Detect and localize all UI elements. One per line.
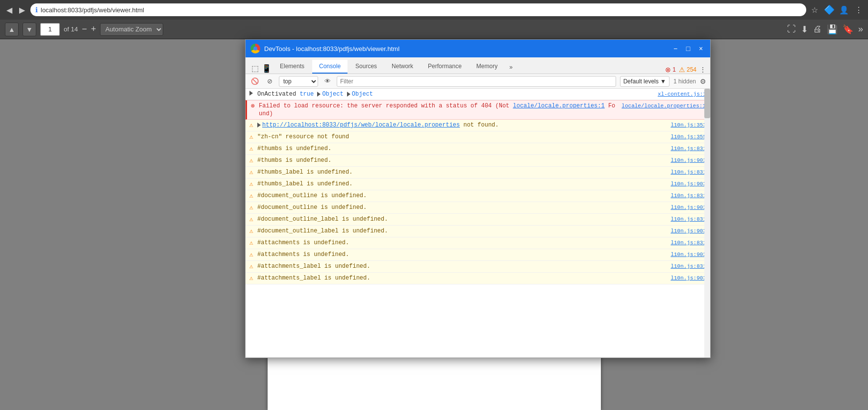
console-warn-row-9: ⚠ #document_outline_label is undefined. … <box>246 226 710 237</box>
warning-icon-12: ⚠ <box>249 263 253 271</box>
context-selector[interactable]: top <box>279 76 318 87</box>
chrome-icon <box>250 44 260 53</box>
download-icon[interactable]: ⬇ <box>801 24 808 35</box>
warning-icon-2: ⚠ <box>249 145 253 153</box>
profile-icon[interactable]: 👤 <box>840 5 848 14</box>
warn-row-source-3[interactable]: l10n.js:903 <box>667 156 706 164</box>
on-activated-key: true <box>299 91 314 98</box>
next-page-button[interactable]: ▼ <box>23 23 36 36</box>
eye-icon[interactable]: 👁 <box>322 76 333 87</box>
warn-row-source-11[interactable]: l10n.js:903 <box>667 251 706 258</box>
zoom-select[interactable]: Automatic Zoom <box>100 23 163 36</box>
tab-elements[interactable]: Elements <box>273 60 311 74</box>
console-warn-row-5: ⚠ #thumbs_label is undefined. l10n.js:90… <box>246 179 710 190</box>
warn-row-source-8[interactable]: l10n.js:831 <box>667 215 706 223</box>
warn-row-content-4: #thumbs_label is undefined. <box>257 168 667 176</box>
url-bar[interactable]: ℹ localhost:8033/pdfjs/web/viewer.html <box>30 3 806 16</box>
warn-row-content-13: #attachments_label is undefined. <box>257 274 667 282</box>
more-tabs-button[interactable]: » <box>505 61 517 74</box>
row-expand-icon[interactable] <box>249 90 257 96</box>
warning-triangle-icon-1: ⚠ <box>249 133 253 141</box>
warn-row-content-2: #thumbs is undefined. <box>257 145 667 153</box>
error-icon: ⊗ <box>665 66 671 74</box>
error-count: 1 <box>672 66 676 73</box>
console-output[interactable]: OnActivated true Object Object xl-conten… <box>246 89 710 358</box>
console-filter-input[interactable] <box>337 76 616 87</box>
warning-icon-5: ⚠ <box>249 180 253 188</box>
warn-row-icon-8: ⚠ <box>249 215 257 224</box>
warn-row-content-3: #thumbs is undefined. <box>257 156 667 164</box>
devtools-scrollbar[interactable] <box>704 89 710 358</box>
row-source[interactable]: xl-content.js:1 <box>654 90 706 98</box>
console-no-icon[interactable]: ⊘ <box>264 76 275 87</box>
warn-row-content-10: #attachments is undefined. <box>257 239 667 247</box>
devtools-window: DevTools - localhost:8033/pdfjs/web/view… <box>245 39 711 358</box>
expand-icon[interactable]: » <box>858 24 863 34</box>
save-icon[interactable]: 💾 <box>827 24 838 35</box>
object-link-1[interactable]: Object <box>322 91 343 98</box>
default-levels-button[interactable]: Default levels ▼ <box>620 76 670 87</box>
console-warn-row-13: ⚠ #attachments_label is undefined. l10n.… <box>246 273 710 284</box>
tab-network[interactable]: Network <box>385 60 420 74</box>
warn-row-source-4[interactable]: l10n.js:831 <box>667 168 706 176</box>
page-number-input[interactable] <box>40 23 60 36</box>
bookmark-star-icon[interactable]: ☆ <box>810 5 819 14</box>
extensions-icon[interactable]: 🔷 <box>825 5 834 14</box>
prev-page-button[interactable]: ▲ <box>5 23 19 36</box>
tab-console[interactable]: Console <box>312 60 347 74</box>
object-link-2[interactable]: Object <box>352 91 373 98</box>
warn-row-source-12[interactable]: l10n.js:831 <box>667 262 706 270</box>
console-warn-row-7: ⚠ #document_outline is undefined. l10n.j… <box>246 202 710 214</box>
console-row: OnActivated true Object Object xl-conten… <box>246 89 710 100</box>
warn-row-icon-7: ⚠ <box>249 204 257 212</box>
scrollbar-thumb[interactable] <box>704 89 710 118</box>
maximize-button[interactable]: □ <box>684 44 693 53</box>
warn-row-icon-4: ⚠ <box>249 168 257 177</box>
console-warn-row-0: ⚠ http://localhost:8033/pdfjs/web/locale… <box>246 120 710 131</box>
minimize-button[interactable]: − <box>671 44 680 53</box>
url-text: localhost:8033/pdfjs/web/viewer.html <box>41 6 144 14</box>
clear-console-button[interactable]: 🚫 <box>249 76 260 87</box>
warn-row-content-5: #thumbs_label is undefined. <box>257 180 667 188</box>
zoom-plus[interactable]: + <box>91 24 96 34</box>
inspect-element-icon[interactable]: ⬚ <box>249 63 260 74</box>
console-warn-row-8: ⚠ #document_outline_label is undefined. … <box>246 214 710 226</box>
warn-row-icon-9: ⚠ <box>249 227 257 235</box>
locale-url-link[interactable]: http://localhost:8033/pdfjs/web/locale/l… <box>262 122 460 128</box>
devtools-settings-icon[interactable]: ⋮ <box>699 66 706 74</box>
warning-icon-7: ⚠ <box>249 204 253 212</box>
warning-icon-6: ⚠ <box>249 192 253 200</box>
warn-row-source-6[interactable]: l10n.js:831 <box>667 192 706 200</box>
close-button[interactable]: × <box>696 44 705 53</box>
devtools-title: DevTools - localhost:8033/pdfjs/web/view… <box>264 45 667 52</box>
device-toolbar-icon[interactable]: 📱 <box>261 63 272 74</box>
forward-icon[interactable]: ▶ <box>18 5 26 14</box>
print-icon[interactable]: 🖨 <box>813 24 822 34</box>
menu-dots-icon[interactable]: ⋮ <box>854 5 863 14</box>
zoom-minus[interactable]: − <box>82 24 87 34</box>
tab-performance[interactable]: Performance <box>421 60 469 74</box>
warn-row-source-7[interactable]: l10n.js:903 <box>667 204 706 211</box>
warn-count: 254 <box>687 66 696 73</box>
warn-row-icon-3: ⚠ <box>249 156 257 165</box>
warn-row-source-10[interactable]: l10n.js:831 <box>667 239 706 247</box>
error-row-source[interactable]: locale/locale.properties:1 <box>618 102 706 110</box>
error-url-link[interactable]: locale/locale.properties:1 <box>513 102 604 109</box>
warn-row-source-0[interactable]: l10n.js:353 <box>667 121 706 129</box>
devtools-tab-bar: ⬚ 📱 Elements Console Sources Network Per… <box>246 57 710 74</box>
warn-row-icon-13: ⚠ <box>249 274 257 282</box>
tab-memory[interactable]: Memory <box>470 60 504 74</box>
warn-row-source-9[interactable]: l10n.js:903 <box>667 227 706 235</box>
warn-row-source-5[interactable]: l10n.js:903 <box>667 180 706 188</box>
back-icon[interactable]: ◀ <box>5 5 14 14</box>
warn-row-source-1[interactable]: l10n.js:355 <box>667 133 706 141</box>
fullscreen-icon[interactable]: ⛶ <box>787 24 796 34</box>
warn-row-content-8: #document_outline_label is undefined. <box>257 215 667 223</box>
row-content: OnActivated true Object Object <box>257 90 654 98</box>
console-warn-row-2: ⚠ #thumbs is undefined. l10n.js:831 <box>246 143 710 155</box>
warn-row-source-2[interactable]: l10n.js:831 <box>667 145 706 153</box>
tab-sources[interactable]: Sources <box>348 60 384 74</box>
console-settings-icon[interactable]: ⚙ <box>700 77 706 85</box>
warn-row-source-13[interactable]: l10n.js:903 <box>667 274 706 282</box>
bookmark-icon[interactable]: 🔖 <box>843 24 853 35</box>
